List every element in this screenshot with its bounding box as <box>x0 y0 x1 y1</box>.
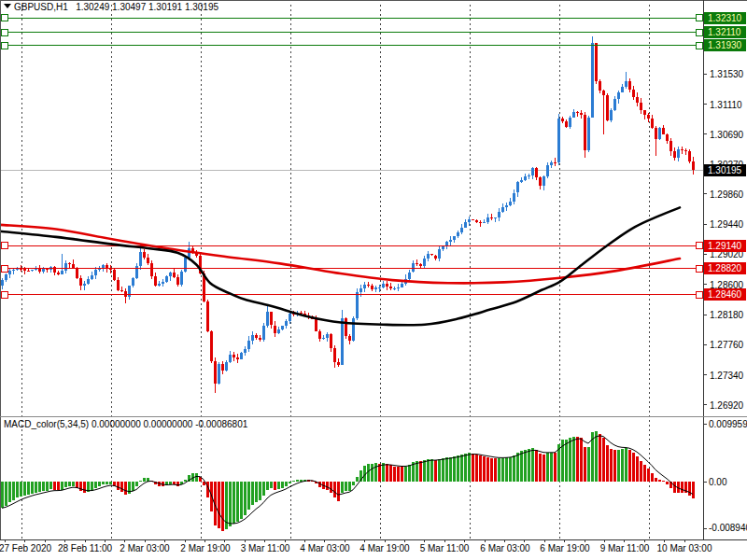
macd-indicator-header: MACD_color(5,34,5) 0.00000000 0.00000000… <box>4 419 247 429</box>
price-tick-label: 1.29440 <box>710 219 743 230</box>
macd-histogram <box>1 431 695 531</box>
time-axis-label: 27 Feb 2020 <box>0 543 51 553</box>
price-tick-label: 1.27340 <box>710 371 743 381</box>
ma-red[interactable] <box>0 225 680 283</box>
price-tick-label: 1.28180 <box>710 310 743 320</box>
time-axis-label: 9 Mar 11:00 <box>600 543 650 553</box>
price-tick-label: 1.30690 <box>710 130 743 140</box>
price-tick-label: 1.27760 <box>710 340 743 350</box>
support-line-2[interactable] <box>0 291 703 298</box>
macd-scale-label: 0.0099594 <box>709 419 747 429</box>
price-badge-red-2: 1.28460 <box>704 288 746 301</box>
price-badge-green-1: 1.32110 <box>704 26 746 38</box>
price-badge-green-2: 1.31930 <box>704 39 746 51</box>
current-price-badge: 1.30195 <box>704 164 746 176</box>
time-axis-label: 6 Mar 19:00 <box>540 543 589 553</box>
candles[interactable] <box>1 36 695 393</box>
time-axis-label: 4 Mar 19:00 <box>359 543 409 553</box>
price-tick-label: 1.29860 <box>710 189 743 200</box>
symbol-dropdown-icon[interactable] <box>4 4 11 8</box>
macd-scale-label: 0.00 <box>709 477 726 487</box>
macd-scale-label: -0.0089400 <box>709 523 747 533</box>
price-tick-label: 1.31530 <box>710 69 743 79</box>
price-tick-label: 1.31110 <box>710 100 742 110</box>
price-badge-red-1: 1.28820 <box>704 262 746 274</box>
mt4-chart-window: GBPUSD,H1 1.30249 1.30497 1.30191 1.3019… <box>0 0 747 560</box>
price-badge-green-0: 1.32310 <box>704 12 746 24</box>
time-axis-label: 28 Feb 11:00 <box>58 543 112 553</box>
resistance-line-2[interactable] <box>0 42 703 49</box>
time-axis-label: 10 Mar 03:00 <box>657 543 712 553</box>
price-badge-red-0: 1.29140 <box>704 240 746 252</box>
time-axis-label: 3 Mar 11:00 <box>241 543 290 553</box>
time-axis-label: 2 Mar 03:00 <box>120 543 169 553</box>
chart-canvas[interactable] <box>0 0 747 560</box>
time-axis-label: 4 Mar 03:00 <box>300 543 349 553</box>
time-axis-label: 2 Mar 19:00 <box>180 543 230 553</box>
time-axis-label: 6 Mar 03:00 <box>480 543 529 553</box>
resistance-line-1[interactable] <box>0 29 703 35</box>
resistance-line-0[interactable] <box>0 15 703 21</box>
time-axis-label: 5 Mar 11:00 <box>420 543 470 553</box>
support-line-1[interactable] <box>0 265 703 272</box>
symbol-ohlc-header: GBPUSD,H1 1.30249 1.30497 1.30191 1.3019… <box>14 2 218 12</box>
price-tick-label: 1.26920 <box>710 400 743 411</box>
